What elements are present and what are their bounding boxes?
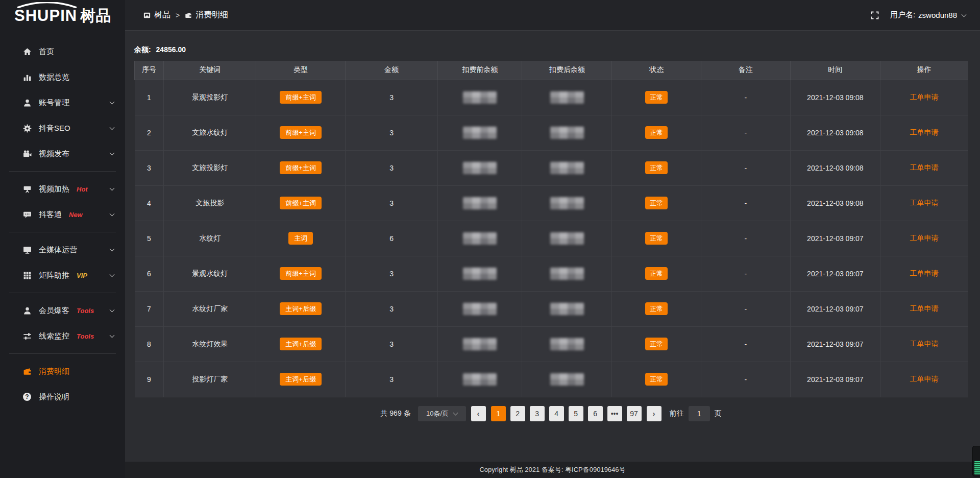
page-button[interactable]: 4 [549,406,564,421]
cell-remark: - [701,221,791,256]
table-row: 6 景观水纹灯 前缀+主词 3 正常 - 2021-12-03 09:07 工单… [135,256,968,291]
work-order-link[interactable]: 工单申请 [910,234,939,242]
cell-index: 4 [135,185,164,221]
page-button[interactable]: 6 [588,406,603,421]
page-button[interactable]: ••• [607,406,622,421]
copyright-text: Copyright 树品 2021 备案号: 粤ICP备09019646号 [479,465,625,474]
cell-amount: 3 [346,291,438,326]
user-dropdown[interactable]: 用户名: zswodun88 [890,10,966,20]
page-size-select[interactable]: 10条/页 [418,406,466,421]
cell-balance-before [438,221,522,256]
sidebar-item-douyin-seo[interactable]: 抖音SEO [0,115,125,141]
cell-remark: - [701,150,791,185]
cell-status: 正常 [612,362,701,397]
cell-type: 主词+后缀 [256,362,346,397]
work-order-link[interactable]: 工单申请 [910,163,939,172]
breadcrumb-current[interactable]: 消费明细 [185,10,228,20]
page-button[interactable]: 97 [627,406,642,421]
sidebar-item-consumption-detail[interactable]: 消费明细 [0,358,125,384]
blurred-balance-value [463,338,497,350]
type-badge: 主词+后缀 [280,338,322,350]
table-header-cell: 类型 [256,61,346,80]
page-button[interactable]: 3 [530,406,545,421]
work-order-link[interactable]: 工单申请 [910,340,939,348]
work-order-link[interactable]: 工单申请 [910,375,939,383]
cell-time: 2021-12-03 09:07 [790,326,880,362]
cell-remark: - [701,362,791,397]
hot-tag: Hot [77,185,88,193]
new-tag: New [69,211,83,219]
goto-page: 前往 页 [670,406,722,421]
chevron-down-icon [110,247,115,252]
main-content: 余额: 24856.00 序号关键词类型金额扣费前余额扣费后余额状态备注时间操作… [125,31,980,462]
status-badge: 正常 [645,197,668,209]
sidebar-item-instructions[interactable]: ? 操作说明 [0,384,125,410]
cell-balance-before [438,291,522,326]
cell-time: 2021-12-03 09:08 [790,115,880,150]
sidebar-item-data-overview[interactable]: 数据总览 [0,64,125,90]
table-row: 9 投影灯厂家 主词+后缀 3 正常 - 2021-12-03 09:07 工单… [135,362,968,397]
prev-page-button[interactable]: ‹ [471,406,486,421]
type-badge: 主词 [288,232,313,245]
screen-indicator-widget [972,446,980,476]
cell-action: 工单申请 [880,80,968,115]
wallet-icon [185,12,192,19]
logo-arc-icon [15,2,79,8]
goto-page-input[interactable] [689,406,710,421]
next-page-button[interactable]: › [647,406,662,421]
page-button[interactable]: 5 [569,406,583,421]
fullscreen-icon[interactable] [871,11,879,19]
sidebar-item-video-publish[interactable]: 视频发布 [0,141,125,166]
blurred-balance-value [550,91,584,104]
pagination: 共 969 条 10条/页 ‹ 123456•••97 › 前往 页 [134,406,968,421]
cell-balance-after [522,185,612,221]
sidebar-item-video-heat[interactable]: 视频加热 Hot [0,176,125,202]
sidebar-item-douketong[interactable]: 抖客通 New [0,202,125,227]
menu-divider [9,232,116,232]
cell-type: 前缀+主词 [256,115,346,150]
blurred-balance-value [550,373,584,386]
blurred-balance-value [550,268,584,280]
table-header-row: 序号关键词类型金额扣费前余额扣费后余额状态备注时间操作 [135,61,968,80]
cell-action: 工单申请 [880,185,968,221]
cell-status: 正常 [612,256,701,291]
chevron-down-icon [110,211,115,217]
work-order-link[interactable]: 工单申请 [910,93,939,101]
cell-balance-after [522,115,612,150]
sidebar-item-lead-monitor[interactable]: 线索监控 Tools [0,323,125,349]
status-badge: 正常 [645,91,668,104]
page-button[interactable]: 1 [491,406,506,421]
sidebar: SHUPIN 树品 首页 数据总览 账号管理 抖音S [0,0,125,478]
cell-index: 1 [135,80,164,115]
sidebar-item-member-explosion[interactable]: 会员爆客 Tools [0,298,125,323]
type-badge: 主词+后缀 [280,373,322,386]
breadcrumb-home[interactable]: 树品 [143,10,170,20]
cell-keyword: 景观水纹灯 [164,256,256,291]
cell-index: 7 [135,291,164,326]
cell-remark: - [701,291,791,326]
blurred-balance-value [550,338,584,350]
blurred-balance-value [463,162,497,174]
chevron-down-icon [110,333,115,338]
tools-tag: Tools [77,332,94,340]
status-badge: 正常 [645,302,668,315]
sidebar-item-home[interactable]: 首页 [0,39,125,64]
page-button[interactable]: 2 [510,406,525,421]
sidebar-item-all-media[interactable]: 全媒体运营 [0,237,125,262]
chevron-down-icon [110,100,115,105]
work-order-link[interactable]: 工单申请 [910,269,939,277]
cell-type: 前缀+主词 [256,185,346,221]
table-header-cell: 关键词 [164,61,256,80]
total-count: 共 969 条 [380,409,410,418]
cell-balance-before [438,256,522,291]
cell-amount: 3 [346,115,438,150]
sidebar-item-matrix-boost[interactable]: 矩阵助推 VIP [0,262,125,288]
cell-type: 前缀+主词 [256,150,346,185]
work-order-link[interactable]: 工单申请 [910,304,939,313]
tools-tag: Tools [77,307,94,315]
work-order-link[interactable]: 工单申请 [910,199,939,207]
blurred-balance-value [463,268,497,280]
work-order-link[interactable]: 工单申请 [910,128,939,136]
chat-icon [22,210,32,219]
sidebar-item-account-management[interactable]: 账号管理 [0,90,125,115]
